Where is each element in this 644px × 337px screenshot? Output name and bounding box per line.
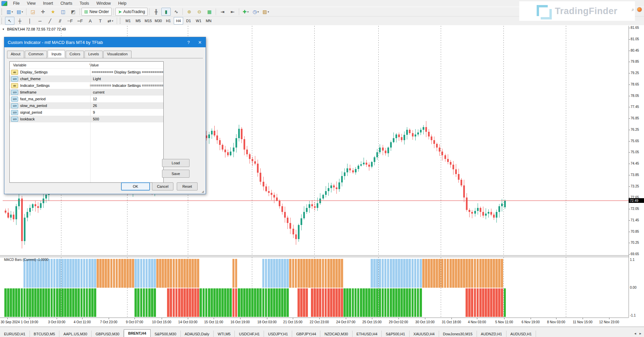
variable-value[interactable]: current — [90, 90, 104, 94]
table-row-lookback[interactable]: 123lookback500 — [10, 116, 163, 122]
reset-button[interactable]: Reset — [177, 182, 198, 190]
timeframe-mn[interactable]: MN — [204, 17, 213, 24]
symbol-tab-gbpusd-m30[interactable]: GBPUSD,M30 — [92, 331, 124, 337]
table-row-timeframe[interactable]: 123timeframecurrent — [10, 89, 163, 96]
menu-help[interactable]: Help — [114, 0, 130, 6]
navigator-button[interactable]: ★ — [48, 8, 58, 16]
new-order-button[interactable]: ⊞New Order — [82, 8, 112, 16]
save-button[interactable]: Save — [162, 170, 190, 178]
menu-insert[interactable]: Insert — [39, 0, 57, 6]
menu-window[interactable]: Window — [93, 0, 115, 6]
load-button[interactable]: Load — [162, 159, 190, 167]
indicators-button[interactable]: ✚▾ — [241, 8, 250, 16]
chart-shift-button[interactable]: ⇤ — [228, 8, 237, 16]
price-axis[interactable]: 81.6581.0580.4579.8579.2578.6578.0577.45… — [629, 26, 644, 318]
symbol-tab-wti-m5[interactable]: WTI,M5 — [214, 331, 235, 337]
symbol-tab-brent-h4[interactable]: BRENT,H4 — [124, 329, 151, 337]
symbol-tab-audnzd-h1[interactable]: AUDNZD,H1 — [477, 331, 506, 337]
text-tool[interactable]: A — [86, 17, 95, 25]
table-row-signal_period[interactable]: 123signal_period9 — [10, 109, 163, 116]
dropdown-arrow-icon[interactable]: ▾ — [112, 19, 113, 22]
variable-value[interactable]: 12 — [90, 97, 97, 101]
timeframe-d1[interactable]: D1 — [184, 17, 193, 24]
help-button[interactable]: ? — [183, 37, 194, 47]
cursor-tool[interactable]: ↖ — [5, 17, 14, 25]
scroll-right-icon[interactable]: ▸ — [639, 331, 641, 336]
dropdown-arrow-icon[interactable]: ▾ — [258, 10, 259, 13]
periods-button[interactable]: ◷▾ — [251, 8, 260, 16]
vertical-line-tool[interactable]: │ — [25, 17, 35, 25]
timeframe-h4[interactable]: H4 — [174, 17, 183, 24]
timeframe-m30[interactable]: M30 — [154, 17, 163, 24]
symbol-tab-aapl-us-m30[interactable]: AAPL.US,M30 — [59, 331, 92, 337]
date-axis[interactable]: 30 Sep 20241 Oct 19:003 Oct 03:004 Oct 1… — [0, 318, 629, 327]
table-row-Indicator_Settings[interactable]: abIndicator_Settings========== Indicator… — [10, 82, 163, 89]
data-window-button[interactable]: ✛ — [38, 8, 48, 16]
close-icon[interactable]: ✕ — [194, 37, 206, 47]
bar-chart-type-button[interactable]: ╫ — [151, 8, 161, 16]
terminal-button[interactable]: ◫ — [58, 8, 68, 16]
zoom-in-button[interactable]: ⊕ — [184, 8, 194, 16]
symbol-tab-btcusd-m5[interactable]: BTCUSD,M5 — [30, 331, 60, 337]
symbol-tab-adausd-daily[interactable]: ADAUSD,Daily — [181, 331, 214, 337]
candlestick-chart-type-button[interactable]: ▮ — [161, 8, 171, 16]
search-icon[interactable]: ⌕ — [632, 7, 634, 12]
menu-view[interactable]: View — [23, 0, 39, 6]
table-row-chart_theme[interactable]: 123chart_themeLight — [10, 75, 163, 82]
autotrading-button[interactable]: ➤AutoTrading — [115, 8, 148, 16]
table-row-fast_ma_period[interactable]: 123fast_ma_period12 — [10, 96, 163, 102]
menu-tools[interactable]: Tools — [76, 0, 93, 6]
fibonacci-retracement-tool[interactable]: ┄F — [65, 17, 75, 25]
tab-about[interactable]: About — [7, 51, 24, 58]
variable-value[interactable]: ========== Display Settings ========== — [89, 70, 163, 74]
symbol-tab-dowjones30-m15[interactable]: DowJones30,M15 — [439, 331, 477, 337]
table-row-Display_Settings[interactable]: abDisplay_Settings========== Display Set… — [10, 69, 163, 75]
dropdown-arrow-icon[interactable]: ▾ — [12, 10, 13, 13]
variable-value[interactable]: ========== Indicator Settings ========== — [87, 83, 163, 88]
line-chart-type-button[interactable]: ∿ — [171, 8, 181, 16]
timeframe-m1[interactable]: M1 — [123, 17, 133, 24]
timeframe-h1[interactable]: H1 — [164, 17, 173, 24]
variable-value[interactable]: 26 — [90, 104, 97, 108]
tab-common[interactable]: Common — [25, 51, 47, 58]
timeframe-w1[interactable]: W1 — [194, 17, 203, 24]
symbol-tab-ethusd-h4[interactable]: ETHUSD,H4 — [353, 331, 382, 337]
symbol-tab-s-p500-h1[interactable]: S&P500,H1 — [382, 331, 409, 337]
tab-colors[interactable]: Colors — [66, 51, 84, 58]
cancel-button[interactable]: Cancel — [152, 182, 173, 190]
dialog-title-bar[interactable]: Custom Indicator - mtf MACD Bars MT4 by … — [4, 37, 206, 47]
timeframe-m15[interactable]: M15 — [144, 17, 153, 24]
ok-button[interactable]: OK — [121, 182, 150, 190]
symbol-tab-gbpjpy-h4[interactable]: GBPJPY,H4 — [292, 331, 320, 337]
zoom-out-button[interactable]: ⊖ — [195, 8, 204, 16]
scroll-left-icon[interactable]: ◂ — [634, 331, 636, 336]
new-chart-button[interactable]: ▥▾ — [5, 8, 14, 16]
market-watch-button[interactable]: ◲ — [28, 8, 38, 16]
dropdown-arrow-icon[interactable]: ▾ — [247, 10, 249, 13]
trendline-tool[interactable]: ╱ — [45, 17, 55, 25]
fibonacci-expansion-tool[interactable]: ┉F — [75, 17, 85, 25]
tab-inputs[interactable]: Inputs — [48, 50, 65, 57]
symbol-tab-nzdcad-m30[interactable]: NZDCAD,M30 — [320, 331, 352, 337]
dropdown-arrow-icon[interactable]: ▾ — [22, 10, 23, 13]
symbol-tab-eurusd-h1[interactable]: EURUSD,H1 — [0, 331, 30, 337]
arrows-tool[interactable]: ⇄▾ — [106, 17, 115, 25]
inputs-table[interactable]: Variable Value abDisplay_Settings=======… — [9, 61, 164, 183]
tab-levels[interactable]: Levels — [85, 51, 103, 58]
resize-grip[interactable]: ◢ — [202, 190, 205, 193]
dropdown-arrow-icon[interactable]: ▾ — [268, 10, 269, 13]
variable-value[interactable]: 9 — [90, 110, 95, 114]
strategy-tester-button[interactable]: ◩ — [68, 8, 78, 16]
profiles-button[interactable]: ▤▾ — [15, 8, 24, 16]
symbol-tab-xauusd-h4[interactable]: XAUUSD,H4 — [410, 331, 439, 337]
menu-file[interactable]: File — [9, 0, 23, 6]
tab-visualization[interactable]: Visualization — [103, 51, 131, 58]
symbol-tab-usdchf-h1[interactable]: USDCHF,H1 — [235, 331, 264, 337]
horizontal-line-tool[interactable]: ─ — [35, 17, 45, 25]
equidistant-channel-tool[interactable]: ⫻ — [55, 17, 65, 25]
templates-button[interactable]: ▨▾ — [261, 8, 270, 16]
tile-windows-button[interactable]: ▦ — [205, 8, 214, 16]
menu-charts[interactable]: Charts — [57, 0, 76, 6]
macd-indicator-panel[interactable]: MACD Bars (Current) -1.0000 — [3, 257, 629, 318]
auto-scroll-button[interactable]: ⇥ — [218, 8, 227, 16]
